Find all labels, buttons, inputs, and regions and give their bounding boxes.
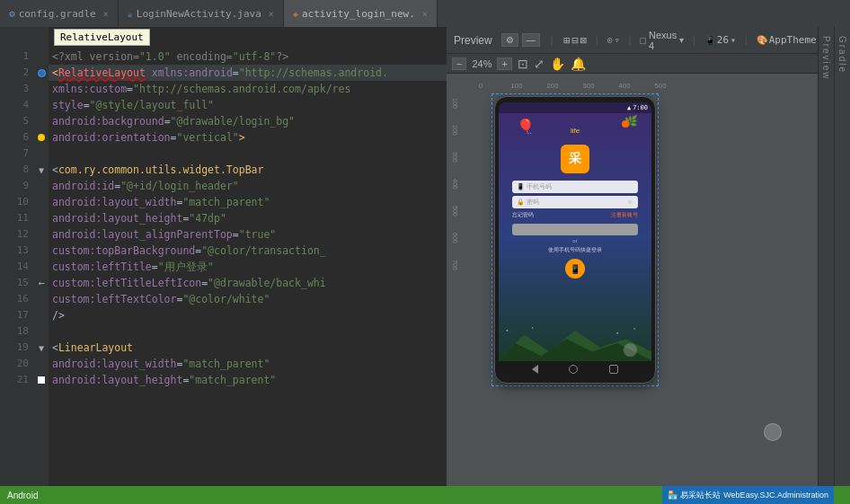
editor-content: 1 2 3 4 5 6 7 8 9 10 11 12 13 14 15 16 1… bbox=[0, 27, 447, 486]
preview-title: Preview bbox=[454, 34, 492, 47]
bottom-bar: Android 🏪 易采站长站 WebEasy.SJC.Administrati… bbox=[0, 486, 850, 504]
tab-java[interactable]: ☕ LoginNewActivity.java × bbox=[119, 0, 284, 27]
refresh-btn[interactable]: — bbox=[522, 33, 540, 47]
nav-apps-btn[interactable] bbox=[609, 365, 618, 374]
watermark-sub: WebEasy.SJC.Administration bbox=[723, 491, 828, 500]
password-input[interactable]: 🔒 密码 👁 bbox=[512, 196, 637, 208]
code-line-8: <com.ry.common.utils.widget.TopBar bbox=[49, 162, 447, 178]
code-line-1: <?xml version="1.0" encoding="utf-8"?> bbox=[49, 49, 447, 65]
editor-panel: RelativeLayout 1 2 3 4 5 6 7 8 9 10 11 1… bbox=[0, 27, 447, 486]
svg-point-6 bbox=[624, 343, 637, 357]
code-line-15: custom:leftTitleLeftIcon="@drawable/back… bbox=[49, 275, 447, 291]
zoom-full-btn[interactable]: ⤢ bbox=[534, 57, 545, 71]
gradle-icon: ⚙ bbox=[9, 8, 15, 20]
preview-panel: Preview ⚙ — | ⊞ ⊟ ⊠ | ⊙ ▿ | □ Nexus 4 ▾ bbox=[447, 27, 818, 486]
tab-config-label: config.gradle bbox=[19, 8, 96, 20]
phone-icon: 📱 bbox=[517, 183, 525, 190]
close-icon[interactable]: × bbox=[103, 9, 109, 19]
pan-tool[interactable]: ✋ bbox=[550, 57, 565, 71]
mountains-decoration bbox=[499, 325, 651, 361]
register-link[interactable]: 注册新账号 bbox=[611, 211, 638, 219]
code-line-9: android:id="@+id/login_header" bbox=[49, 178, 447, 194]
tab-bar: ⚙ config.gradle × ☕ LoginNewActivity.jav… bbox=[0, 0, 850, 27]
bell-icon: 🔔 bbox=[571, 57, 586, 71]
android-label: Android bbox=[7, 491, 38, 500]
right-side-panel: Preview bbox=[818, 27, 834, 486]
code-line-17: /> bbox=[49, 307, 447, 323]
api-selector[interactable]: 📱 26 ▾ bbox=[704, 34, 736, 46]
watermark-icon: 🏪 bbox=[668, 491, 677, 500]
grid-view-btn[interactable]: ⊞ ⊟ ⊠ bbox=[563, 34, 587, 47]
zoom-level: 24% bbox=[472, 58, 491, 69]
tab-java-label: LoginNewActivity.java bbox=[137, 8, 261, 20]
tab-xml-label: activity_login_new. bbox=[302, 8, 415, 20]
preview-content[interactable]: 0 100 200 300 400 500 100 200 300 400 50… bbox=[447, 74, 818, 486]
decoration-left: 🎈 bbox=[517, 118, 535, 135]
layout-tooltip: RelativeLayout bbox=[54, 29, 150, 46]
code-line-10: android:layout_width="match_parent" bbox=[49, 194, 447, 210]
code-line-7 bbox=[49, 146, 447, 162]
lock-icon: 🔒 bbox=[517, 199, 525, 206]
white-square-icon bbox=[34, 372, 49, 388]
code-line-19: <LinearLayout bbox=[49, 340, 447, 356]
tab-xml[interactable]: ◈ activity_login_new. × bbox=[284, 0, 438, 27]
phone-screen: ▲ 7:00 🎈 🌿 life bbox=[499, 102, 651, 377]
forgot-label: 忘记密码 bbox=[512, 211, 534, 219]
phone-number-input[interactable]: 📱 手机号码 bbox=[512, 181, 637, 193]
phone-form: 📱 手机号码 🔒 密码 👁 bbox=[512, 181, 637, 279]
wifi-icon: ▲ bbox=[627, 104, 631, 111]
phone-outer: ▲ 7:00 🎈 🌿 life bbox=[494, 96, 656, 384]
show-password-icon[interactable]: 👁 bbox=[627, 199, 633, 206]
zoom-bar: − 24% + ⊡ ⤢ ✋ 🔔 bbox=[447, 54, 818, 74]
nav-home-btn[interactable] bbox=[569, 365, 578, 374]
zoom-fit-btn[interactable]: ⊡ bbox=[518, 57, 528, 71]
close-icon-xml[interactable]: × bbox=[422, 9, 428, 19]
svg-point-2 bbox=[507, 330, 509, 332]
tab-config[interactable]: ⚙ config.gradle × bbox=[0, 0, 119, 27]
svg-point-5 bbox=[633, 328, 635, 330]
phone-app-area: 🎈 🌿 life 采 bbox=[499, 113, 651, 361]
floating-sphere bbox=[764, 423, 782, 441]
watermark: 🏪 易采站长站 WebEasy.SJC.Administration bbox=[662, 486, 834, 504]
code-line-11: android:layout_height="47dp" bbox=[49, 210, 447, 226]
wechat-btn[interactable]: 📱 bbox=[565, 259, 585, 279]
nav-back-btn[interactable] bbox=[532, 365, 538, 374]
theme-selector[interactable]: 🎨 AppTheme bbox=[757, 34, 817, 46]
phone-nav-bar bbox=[499, 361, 651, 377]
preview-toolbar: Preview ⚙ — | ⊞ ⊟ ⊠ | ⊙ ▿ | □ Nexus 4 ▾ bbox=[447, 27, 818, 54]
or-divider: or bbox=[512, 238, 637, 243]
password-placeholder: 密码 bbox=[527, 198, 539, 207]
settings-btn[interactable]: ⚙ bbox=[501, 33, 518, 47]
theme-toggle[interactable]: ⊙ ▿ bbox=[607, 35, 620, 45]
code-line-6: android:orientation="vertical"> bbox=[49, 129, 447, 146]
decoration-dot bbox=[622, 120, 629, 128]
device-name: Nexus 4 bbox=[649, 30, 677, 51]
svg-point-3 bbox=[532, 327, 534, 329]
phone-time: 7:00 bbox=[633, 104, 648, 111]
code-line-3: xmlns:custom="http://schemas.android.com… bbox=[49, 81, 447, 97]
left-arrow-icon[interactable]: ← bbox=[34, 275, 49, 291]
xml-icon: ◈ bbox=[293, 9, 298, 19]
code-line-20: android:layout_width="match_parent" bbox=[49, 356, 447, 372]
main-area: RelativeLayout 1 2 3 4 5 6 7 8 9 10 11 1… bbox=[0, 27, 850, 486]
gutter-fold[interactable]: ▼ bbox=[34, 162, 49, 178]
gutter-fold2[interactable]: ▼ bbox=[34, 340, 49, 356]
code-line-2: <RelativeLayout xmlns:android="http://sc… bbox=[49, 65, 447, 81]
gradle-side-panel[interactable]: Gradle bbox=[834, 27, 850, 486]
phone-mockup: ▲ 7:00 🎈 🌿 life bbox=[491, 93, 659, 386]
close-icon-java[interactable]: × bbox=[269, 9, 274, 19]
device-selector[interactable]: □ Nexus 4 ▾ bbox=[640, 30, 684, 51]
line-numbers: 1 2 3 4 5 6 7 8 9 10 11 12 13 14 15 16 1… bbox=[0, 27, 34, 486]
zoom-out-btn[interactable]: − bbox=[452, 57, 466, 70]
code-area[interactable]: <?xml version="1.0" encoding="utf-8"?> <… bbox=[49, 27, 447, 486]
zoom-in-btn[interactable]: + bbox=[497, 57, 511, 70]
gutter: ▼ ← ▼ bbox=[34, 27, 49, 486]
code-line-18 bbox=[49, 323, 447, 340]
login-button[interactable] bbox=[512, 224, 637, 235]
ruler-top: 0 100 200 300 400 500 bbox=[463, 74, 818, 90]
life-text: life bbox=[571, 127, 580, 135]
watermark-text: 易采站长站 bbox=[680, 490, 721, 501]
social-login-label: 使用手机号码快捷登录 bbox=[512, 246, 637, 254]
app-logo: 采 bbox=[561, 145, 589, 173]
svg-point-4 bbox=[616, 332, 618, 334]
